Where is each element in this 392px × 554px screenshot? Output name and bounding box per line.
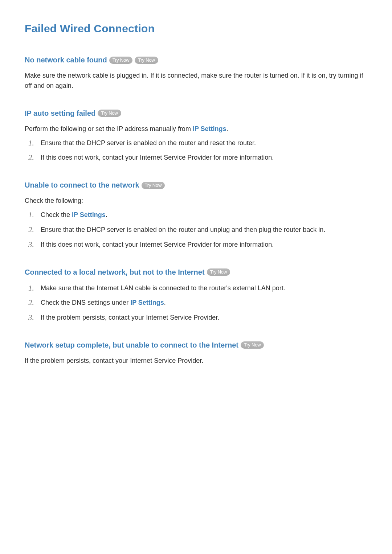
section-heading: Unable to connect to the network Try Now [25, 181, 367, 189]
try-now-button[interactable]: Try Now [241, 341, 264, 349]
section-setup-complete-no-internet: Network setup complete, but unable to co… [25, 341, 367, 366]
section-body: If the problem persists, contact your In… [25, 356, 367, 366]
list-item: Ensure that the DHCP server is enabled o… [25, 138, 367, 148]
item-before: Check the DNS settings under [41, 299, 130, 306]
section-heading-text: Network setup complete, but unable to co… [25, 341, 238, 349]
list-item: Make sure that the Internet LAN cable is… [25, 283, 367, 294]
section-heading: Connected to a local network, but not to… [25, 268, 367, 276]
section-intro: Perform the following or set the IP addr… [25, 124, 367, 134]
section-body: Make sure the network cable is plugged i… [25, 71, 367, 91]
ip-settings-link[interactable]: IP Settings [130, 299, 164, 306]
section-heading-text: No network cable found [25, 56, 107, 64]
page-title: Failed Wired Connection [25, 22, 367, 35]
section-unable-to-connect: Unable to connect to the network Try Now… [25, 181, 367, 250]
section-connected-local-no-internet: Connected to a local network, but not to… [25, 268, 367, 323]
list-item: Ensure that the DHCP server is enabled o… [25, 225, 367, 235]
list-item: If this does not work, contact your Inte… [25, 152, 367, 163]
section-ip-auto-setting-failed: IP auto setting failed Try Now Perform t… [25, 109, 367, 163]
section-no-network-cable: No network cable found Try Now Try Now M… [25, 56, 367, 91]
item-after: . [106, 211, 107, 218]
section-heading: IP auto setting failed Try Now [25, 109, 367, 118]
section-heading: Network setup complete, but unable to co… [25, 341, 367, 349]
item-before: Check the [41, 211, 72, 218]
try-now-button[interactable]: Try Now [207, 268, 230, 276]
ordered-list: Check the IP Settings. Ensure that the D… [25, 210, 367, 250]
section-heading-text: Connected to a local network, but not to… [25, 268, 205, 276]
list-item: Check the IP Settings. [25, 210, 367, 220]
ordered-list: Ensure that the DHCP server is enabled o… [25, 138, 367, 163]
list-item: If the problem persists, contact your In… [25, 312, 367, 323]
try-now-button[interactable]: Try Now [109, 57, 133, 64]
ip-settings-link[interactable]: IP Settings [72, 211, 106, 218]
ordered-list: Make sure that the Internet LAN cable is… [25, 283, 367, 323]
section-intro: Check the following: [25, 196, 367, 206]
ip-settings-link[interactable]: IP Settings [193, 125, 226, 132]
try-now-button[interactable]: Try Now [98, 110, 121, 117]
list-item: Check the DNS settings under IP Settings… [25, 297, 367, 308]
intro-after: . [226, 125, 228, 132]
section-heading: No network cable found Try Now Try Now [25, 56, 367, 64]
item-after: . [164, 299, 166, 306]
section-heading-text: IP auto setting failed [25, 109, 95, 118]
intro-before: Perform the following or set the IP addr… [25, 125, 193, 132]
section-heading-text: Unable to connect to the network [25, 181, 139, 189]
list-item: If this does not work, contact your Inte… [25, 239, 367, 250]
try-now-button[interactable]: Try Now [135, 57, 158, 64]
try-now-button[interactable]: Try Now [142, 182, 165, 189]
